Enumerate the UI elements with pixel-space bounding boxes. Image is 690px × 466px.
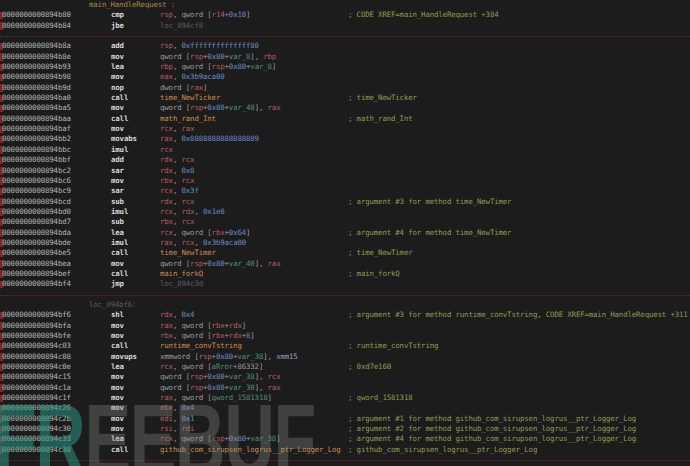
mnemonic: mov <box>111 124 124 134</box>
instruction-row[interactable]: 0000000000894c38callgithub_com_sirupsen_… <box>0 445 690 455</box>
instruction-row[interactable]: 0000000000894bf4jmploc_894c3d <box>0 279 690 289</box>
instruction-row[interactable]: 0000000000894be5calltime_NewTimer; time_… <box>0 248 690 258</box>
instruction-row[interactable]: 0000000000894bdalearcx, qword [rbx+0x64]… <box>0 228 690 238</box>
operand-token-p: dword [ <box>160 83 190 92</box>
mnemonic: sub <box>111 217 124 227</box>
instruction-row[interactable]: 0000000000894c1amovqword [rsp+0x80+var_3… <box>0 383 690 393</box>
operand-token-num: 0x1e0 <box>203 207 225 216</box>
operand-token-num: 0x80 <box>207 103 224 112</box>
label-row[interactable]: main_HandleRequest : <box>0 0 690 10</box>
instruction-row[interactable]: 0000000000894bf6shlrdx, 0x4; argument #3… <box>0 310 690 320</box>
block-separator <box>0 460 690 461</box>
mnemonic: jbe <box>111 21 124 31</box>
instruction-row[interactable]: 0000000000894bb2movabsrax, 0x88888888888… <box>0 134 690 144</box>
comment: ; CODE XREF=main_HandleRequest +384 <box>348 10 498 20</box>
instruction-row[interactable]: 0000000000894baacallmath_rand_Int; math_… <box>0 114 690 124</box>
block-separator <box>0 295 690 296</box>
operand-token-reg: rsp <box>190 103 203 112</box>
operand-token-var: var_30 <box>229 383 255 392</box>
operand-token-p: , qword [ <box>173 10 212 19</box>
mnemonic: lea <box>111 62 124 72</box>
operand-token-reg: rax <box>190 83 203 92</box>
instruction-row[interactable]: 0000000000894b9dnopdword [rax] <box>0 83 690 93</box>
label-row[interactable]: loc_894bf6: <box>0 300 690 310</box>
instruction-row[interactable]: 0000000000894bcdsubrdx, rcx; argument #3… <box>0 197 690 207</box>
instruction-row[interactable]: 0000000000894c0elearcx, qword [aRror+863… <box>0 362 690 372</box>
instruction-row[interactable]: 0000000000894c33learcx, qword [rsp+0x80+… <box>0 434 690 444</box>
instruction-row[interactable]: 0000000000894bc2sarrdx, 0x8 <box>0 166 690 176</box>
operand-token-reg: rdi <box>182 424 195 433</box>
instruction-row[interactable]: 0000000000894c08movupsxmmword [rsp+0x80+… <box>0 352 690 362</box>
mnemonic: mov <box>111 321 124 331</box>
operand-token-reg: rcx <box>160 207 173 216</box>
instruction-row[interactable]: 0000000000894c15movqword [rsp+0x80+var_3… <box>0 372 690 382</box>
address: 0000000000894c1f <box>2 393 71 403</box>
operands: qword [rsp+0x80+var_30], rax <box>160 383 280 393</box>
instruction-row[interactable]: 0000000000894bd7subrbx, rcx <box>0 217 690 227</box>
address: 0000000000894bda <box>2 228 71 238</box>
mnemonic: imul <box>111 207 128 217</box>
instruction-row[interactable]: 0000000000894b93learbp, qword [rsp+0x80+… <box>0 62 690 72</box>
operand-token-fn: math_rand_Int <box>160 114 216 123</box>
instruction-row[interactable]: 0000000000894c26movebx, 0x4 <box>0 403 690 413</box>
instruction-row[interactable]: 0000000000894beamovqword [rsp+0x80+var_4… <box>0 259 690 269</box>
instruction-row[interactable]: 0000000000894bfamovrax, qword [rbx+rdx] <box>0 321 690 331</box>
instruction-row[interactable]: 0000000000894c2bmovedi, 0x1; argument #1… <box>0 414 690 424</box>
address: 0000000000894bc6 <box>2 176 71 186</box>
instruction-row[interactable]: 0000000000894befcallmain_forkQ; main_for… <box>0 269 690 279</box>
instruction-row[interactable]: 0000000000894ba0calltime_NewTicker; time… <box>0 93 690 103</box>
address: 0000000000894c08 <box>2 352 71 362</box>
instruction-row[interactable]: 0000000000894b8emovqword [rsp+0x80+var_8… <box>0 52 690 62</box>
instruction-row[interactable]: 0000000000894bd0imulrcx, rdx, 0x1e0 <box>0 207 690 217</box>
operand-token-reg: rcx <box>160 145 173 154</box>
operand-token-p: , <box>173 124 182 133</box>
address: 0000000000894ba0 <box>2 93 71 103</box>
operand-token-reg: rax <box>160 393 173 402</box>
operand-token-reg: rsp <box>199 352 212 361</box>
comment: ; argument #4 for method github_com_siru… <box>348 434 636 444</box>
mnemonic: call <box>111 114 128 124</box>
address: 0000000000894b9d <box>2 83 71 93</box>
mnemonic: mov <box>111 414 124 424</box>
operand-token-reg: rbx <box>212 331 225 340</box>
operands: rdx, rcx <box>160 155 194 165</box>
instruction-row[interactable]: 0000000000894bc6movrbx, rcx <box>0 176 690 186</box>
operand-token-p: , qword [ <box>173 62 212 71</box>
operands: time_NewTicker <box>160 93 220 103</box>
operand-token-var: var_40 <box>229 103 255 112</box>
instruction-row[interactable]: 0000000000894bbfaddrdx, rcx <box>0 155 690 165</box>
instruction-row[interactable]: 0000000000894c1fmovrax, qword [qword_158… <box>0 393 690 403</box>
operand-token-reg: rcx <box>182 176 195 185</box>
instruction-row[interactable]: 0000000000894b8aaddrsp, 0xffffffffffffff… <box>0 41 690 51</box>
operand-token-fn: github_com_sirupsen_logrus__ptr_Logger_L… <box>160 445 341 454</box>
operand-token-var: var_38 <box>229 372 255 381</box>
address: 0000000000894bc9 <box>2 186 71 196</box>
instruction-row[interactable]: 0000000000894bdeimulrax, rcx, 0x3b9aca00 <box>0 238 690 248</box>
comment: ; time_NewTicker <box>348 93 417 103</box>
address: 0000000000894c2b <box>2 414 71 424</box>
instruction-row[interactable]: 0000000000894b98moveax, 0x3b9aca00 <box>0 72 690 82</box>
instruction-row[interactable]: 0000000000894b80cmprsp, qword [r14+0x10]… <box>0 10 690 20</box>
instruction-row[interactable]: 0000000000894bc9sarrcx, 0x3f <box>0 186 690 196</box>
operand-token-reg: rcx <box>160 186 173 195</box>
instruction-row[interactable]: 0000000000894c30movrsi, rdi; argument #2… <box>0 424 690 434</box>
operands: rdx, rcx <box>160 197 194 207</box>
instruction-row[interactable]: 0000000000894bbcimulrcx <box>0 145 690 155</box>
operand-token-p: qword [ <box>160 259 190 268</box>
mnemonic: call <box>111 269 128 279</box>
operand-token-p: , qword [ <box>173 393 212 402</box>
instruction-row[interactable]: 0000000000894bafmovrcx, rax <box>0 124 690 134</box>
mnemonic: imul <box>111 145 128 155</box>
address: 0000000000894b80 <box>2 10 71 20</box>
instruction-row[interactable]: 0000000000894bfemovrbx, qword [rbx+rdx+8… <box>0 331 690 341</box>
instruction-row[interactable]: 0000000000894ba5movqword [rsp+0x80+var_4… <box>0 103 690 113</box>
comment: ; main_forkQ <box>348 269 400 279</box>
address: 0000000000894be5 <box>2 248 71 258</box>
operand-token-p: qword [ <box>160 103 190 112</box>
operand-token-reg: r14 <box>212 10 225 19</box>
mnemonic: sub <box>111 197 124 207</box>
mnemonic: mov <box>111 259 124 269</box>
operands: rbp, qword [rsp+0x80+var_8] <box>160 62 276 72</box>
instruction-row[interactable]: 0000000000894c03callruntime_convTstring;… <box>0 341 690 351</box>
instruction-row[interactable]: 0000000000894b84jbeloc_894cf8 <box>0 21 690 31</box>
